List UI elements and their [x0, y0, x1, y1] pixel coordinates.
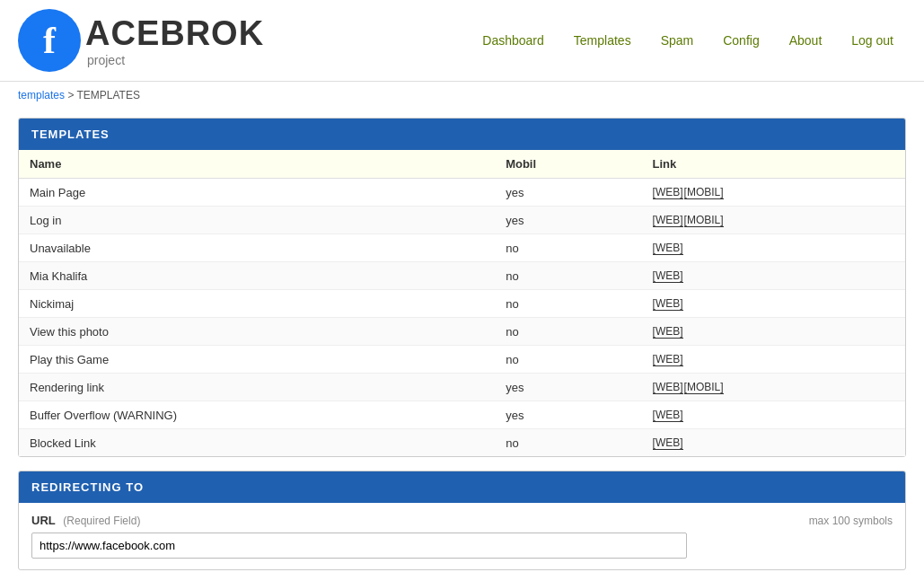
main-content: TEMPLATES Name Mobil Link Main Pageyes[W…	[0, 109, 924, 579]
logo-circle: f	[18, 9, 81, 72]
nav-link-about[interactable]: About	[777, 26, 835, 55]
cell-link: [WEB][MOBIL]	[642, 179, 905, 207]
template-link[interactable]: [WEB]	[653, 242, 683, 255]
table-row: View this photono[WEB]	[19, 318, 905, 346]
cell-link: [WEB]	[642, 234, 905, 262]
breadcrumb-link[interactable]: templates	[18, 89, 65, 101]
templates-panel-header: TEMPLATES	[19, 119, 905, 150]
redirect-panel-header: REDIRECTING TO	[19, 471, 905, 503]
template-link[interactable]: [MOBIL]	[684, 381, 724, 394]
cell-mobil: yes	[495, 179, 641, 207]
table-row: Log inyes[WEB][MOBIL]	[19, 207, 905, 234]
cell-name: Mia Khalifa	[19, 262, 495, 290]
template-link[interactable]: [WEB]	[653, 269, 683, 283]
template-link[interactable]: [WEB]	[653, 409, 683, 422]
url-input[interactable]	[31, 533, 687, 559]
template-link[interactable]: [WEB]	[653, 353, 683, 366]
cell-name: Nickimaj	[19, 290, 495, 318]
logo-name: ACEBROK	[85, 14, 264, 53]
logo-f-letter: f	[43, 19, 56, 62]
cell-mobil: yes	[495, 207, 641, 234]
logo-sub: project	[87, 53, 264, 67]
col-link: Link	[642, 150, 905, 179]
templates-table: Name Mobil Link Main Pageyes[WEB][MOBIL]…	[19, 150, 905, 456]
cell-link: [WEB]	[642, 346, 905, 374]
table-row: Mia Khalifano[WEB]	[19, 262, 905, 290]
cell-mobil: no	[495, 262, 641, 290]
cell-mobil: no	[495, 318, 641, 346]
cell-name: Play this Game	[19, 346, 495, 374]
template-link[interactable]: [MOBIL]	[684, 186, 724, 199]
logo: f ACEBROK project	[18, 9, 264, 72]
cell-mobil: yes	[495, 374, 641, 401]
cell-name: Buffer Overflow (WARNING)	[19, 401, 495, 429]
redirect-panel: REDIRECTING TO URL (Required Field) max …	[18, 471, 906, 570]
template-link[interactable]: [WEB]	[653, 436, 683, 450]
cell-link: [WEB]	[642, 318, 905, 346]
cell-link: [WEB]	[642, 290, 905, 318]
cell-name: Main Page	[19, 179, 495, 207]
col-name: Name	[19, 150, 495, 179]
nav-link-log-out[interactable]: Log out	[839, 26, 906, 55]
cell-link: [WEB]	[642, 401, 905, 429]
cell-link: [WEB]	[642, 429, 905, 457]
table-row: Blocked Linkno[WEB]	[19, 429, 905, 457]
cell-mobil: no	[495, 290, 641, 318]
cell-mobil: yes	[495, 401, 641, 429]
table-row: Nickimajno[WEB]	[19, 290, 905, 318]
breadcrumb-separator: >	[67, 89, 76, 101]
nav-link-templates[interactable]: Templates	[561, 26, 644, 55]
nav-link-spam[interactable]: Spam	[648, 26, 707, 55]
cell-link: [WEB][MOBIL]	[642, 207, 905, 234]
template-link[interactable]: [MOBIL]	[684, 214, 724, 227]
url-required-text: (Required Field)	[63, 515, 140, 527]
col-mobil: Mobil	[495, 150, 641, 179]
templates-panel: TEMPLATES Name Mobil Link Main Pageyes[W…	[18, 118, 906, 457]
cell-name: Blocked Link	[19, 429, 495, 457]
main-nav: DashboardTemplatesSpamConfigAboutLog out	[470, 26, 906, 55]
cell-link: [WEB][MOBIL]	[642, 374, 905, 401]
redirect-panel-body: URL (Required Field) max 100 symbols	[19, 503, 905, 569]
url-label-text: URL	[31, 514, 56, 527]
logo-text: ACEBROK project	[85, 14, 264, 67]
url-label: URL (Required Field)	[31, 514, 140, 527]
templates-panel-body: Name Mobil Link Main Pageyes[WEB][MOBIL]…	[19, 150, 905, 456]
cell-mobil: no	[495, 429, 641, 457]
cell-name: Unavailable	[19, 234, 495, 262]
template-link[interactable]: [WEB]	[653, 214, 683, 227]
nav-link-config[interactable]: Config	[710, 26, 771, 55]
template-link[interactable]: [WEB]	[653, 381, 683, 394]
url-field-row: URL (Required Field) max 100 symbols	[31, 514, 893, 527]
cell-mobil: no	[495, 346, 641, 374]
table-row: Unavailableno[WEB]	[19, 234, 905, 262]
table-row: Buffer Overflow (WARNING)yes[WEB]	[19, 401, 905, 429]
template-link[interactable]: [WEB]	[653, 186, 683, 199]
breadcrumb: templates > TEMPLATES	[0, 82, 924, 109]
cell-name: View this photo	[19, 318, 495, 346]
url-max-hint: max 100 symbols	[809, 515, 893, 527]
cell-name: Log in	[19, 207, 495, 234]
table-row: Rendering linkyes[WEB][MOBIL]	[19, 374, 905, 401]
nav-link-dashboard[interactable]: Dashboard	[470, 26, 557, 55]
cell-mobil: no	[495, 234, 641, 262]
header: f ACEBROK project DashboardTemplatesSpam…	[0, 0, 924, 82]
table-row: Play this Gameno[WEB]	[19, 346, 905, 374]
template-link[interactable]: [WEB]	[653, 325, 683, 339]
cell-name: Rendering link	[19, 374, 495, 401]
table-header-row: Name Mobil Link	[19, 150, 905, 179]
cell-link: [WEB]	[642, 262, 905, 290]
table-row: Main Pageyes[WEB][MOBIL]	[19, 179, 905, 207]
breadcrumb-current: TEMPLATES	[77, 89, 140, 101]
template-link[interactable]: [WEB]	[653, 297, 683, 311]
